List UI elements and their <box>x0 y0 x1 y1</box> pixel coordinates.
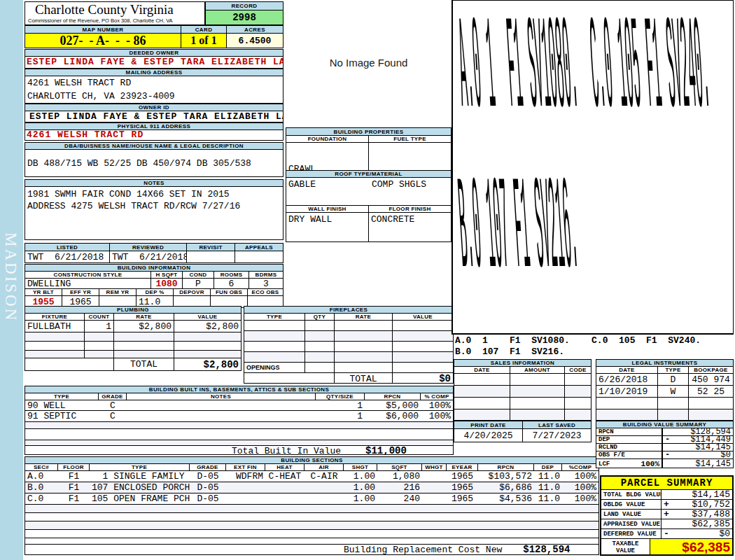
built-in-comp: 100% <box>421 411 453 421</box>
building-section-row: C.0 F1 105 OPEN FRAME PCH D-05 1.00 240 … <box>25 493 598 505</box>
mailing-address-box: 4261 WELSH TRACT RD CHARLOTTE CH, VA 239… <box>24 76 284 104</box>
notes-box: 1981 SWMH FAIR COND 14X66 SET IN 2015 AD… <box>24 186 284 240</box>
yrblt-label: YR BLT <box>25 289 62 295</box>
parcel-row-value: $10,752 <box>692 500 730 509</box>
bs-dep: 11.0 <box>534 482 562 493</box>
bs-shgt: 1.00 <box>344 493 377 504</box>
county-subtitle: Commissioner of the Revenue, PO Box 308,… <box>25 18 204 24</box>
construction-style-value: DWELLING <box>25 279 151 288</box>
construction-style-label: CONSTRUCTION STYLE <box>25 272 151 278</box>
bs-whgt <box>422 471 447 482</box>
bs-sqft: 240 <box>377 493 422 504</box>
county-title: Charlotte County Virginia <box>25 2 204 18</box>
plumbing-rate: $2,800 <box>114 321 174 332</box>
bs-col-grade: GRADE <box>190 464 226 470</box>
last-saved-label: LAST SAVED <box>523 421 591 428</box>
sketch-canvas: A.0 1 F1 SV1080. C.0 105 F1 SV240. B.0 1… <box>451 0 734 335</box>
owner-id-text: ESTEP LINDA FAYE & ESTEP TARA ELIZABETH … <box>25 111 283 122</box>
fireplaces-empty-row <box>244 321 453 331</box>
parcel-row-value: $37,488 <box>692 510 730 519</box>
dep-pct-label: DEP % <box>136 289 174 295</box>
built-ins-total-row: Total Built In Value $11,000 <box>25 446 453 455</box>
built-ins-row: 90 WELL C 1 $5,000 100% <box>25 400 453 411</box>
built-in-comp: 100% <box>421 400 453 410</box>
parcel-row-name: LAND VALUE <box>601 510 662 519</box>
bs-floor: F1 <box>58 493 90 504</box>
plumbing-row: FULLBATH 1 $2,800 $2,800 <box>25 321 241 332</box>
legal-description-box: DB 488/715 WB 52/25 DB 450/974 DB 305/53… <box>24 149 284 177</box>
bs-grade: D-05 <box>190 493 226 504</box>
built-in-rpcn: $5,000 <box>365 400 421 410</box>
bs-extfin <box>226 493 265 504</box>
bs-eyear: 1965 <box>447 471 478 482</box>
bvs-value: $114,449 <box>690 436 731 443</box>
print-date-value: 4/20/2025 <box>454 429 523 442</box>
map-number-value: 027- - A- - - 86 <box>24 33 181 48</box>
legal-col-date: DATE <box>596 367 658 373</box>
built-ins-col-comp: % COMP <box>421 393 453 400</box>
bs-sqft: 216 <box>377 482 422 493</box>
built-ins-row: 91 SEPTIC C 1 $6,000 100% <box>25 411 453 422</box>
bs-col-whgt: WHGT <box>422 464 447 470</box>
bs-comp: 100% <box>562 471 598 482</box>
review-table: LISTED REVIEWED REVISIT APPEALS TWT 6/21… <box>24 243 284 263</box>
floor-finish-label: FLOOR FINISH <box>369 206 451 212</box>
bvs-value: $0 <box>721 451 731 458</box>
built-in-qty: 1 <box>316 411 365 421</box>
taxable-value-row: TAXABLE VALUE $62,385 <box>601 539 732 556</box>
building-sections-table: BUILDING SECTIONS SEC# FLOOR TYPE GRADE … <box>24 456 599 555</box>
hsqft-label: H SQFT <box>151 272 183 278</box>
bvs-row: RCLND $14,145 <box>596 444 733 451</box>
bvs-name: RPCN <box>598 428 614 435</box>
parcel-row-value: $62,385 <box>692 519 730 528</box>
plumbing-count: 1 <box>85 321 114 332</box>
legal-date: 1/10/2019 <box>596 386 658 397</box>
bs-whgt <box>422 482 447 493</box>
parcel-row-sign: - <box>664 529 669 538</box>
fuel-type-label: FUEL TYPE <box>369 136 451 142</box>
sales-empty-row <box>454 398 591 410</box>
plumbing-col-value: VALUE <box>174 314 241 320</box>
record-value: 2998 <box>205 10 284 25</box>
bvs-row: LCF100% $14,145 <box>596 459 733 468</box>
foundation-label: FOUNDATION <box>286 136 369 142</box>
mailing-line2: CHARLOTTE CH, VA 23923-4009 <box>27 91 281 102</box>
parcel-row-value: $14,145 <box>692 490 730 499</box>
effyr-label: EFF YR <box>62 289 99 295</box>
sketch-legend-line2: B.0 107 F1 SV216. <box>455 346 734 358</box>
plumbing-total-label: TOTAL <box>114 358 174 370</box>
bs-sec: C.0 <box>25 493 58 504</box>
plumbing-col-rate: RATE <box>114 314 174 320</box>
bs-rpcn: $4,536 <box>478 493 534 504</box>
legal-col-bookpage: BOOKPAGE <box>689 367 733 373</box>
bvs-name: RCLND <box>598 444 617 451</box>
photo-placeholder: No Image Found <box>286 0 451 125</box>
cond-label: COND <box>183 272 214 278</box>
building-properties: BUILDING PROPERTIES FOUNDATION FUEL TYPE… <box>286 127 451 242</box>
bs-extfin <box>226 482 265 493</box>
sketch-big-line1: A.0 1 F1 SV1080. C.0 105 F1 SV240. <box>455 0 714 145</box>
bs-col-heat: HEAT <box>265 464 304 470</box>
record-box: RECORD 2998 <box>205 1 284 25</box>
bvs-name: DEP <box>598 436 610 443</box>
sales-col-code: CODE <box>565 367 591 373</box>
bs-rpcn: $6,686 <box>478 482 534 493</box>
bdrms-value: 3 <box>249 279 283 288</box>
depovr-label: DEPOVR <box>174 289 211 295</box>
sales-col-amount: AMOUNT <box>510 367 565 373</box>
reviewed-value: TWT 6/21/2018 <box>110 251 187 262</box>
roof-label: ROOF TYPE/MATERIAL <box>286 171 451 178</box>
fireplaces-col-value: VALUE <box>393 314 453 320</box>
bs-col-floor: FLOOR <box>58 464 90 470</box>
bs-floor: F1 <box>58 471 90 482</box>
bs-comp: 100% <box>562 493 598 504</box>
legal-empty-row <box>596 398 733 410</box>
cond-value: P <box>183 279 214 288</box>
parcel-row-name: TOTAL BLDG VALUE <box>601 490 662 499</box>
remyr-label: REM YR <box>99 289 136 295</box>
building-value-summary: BUILDING VALUE SUMMARY RPCN $128,594 DEP… <box>596 421 734 468</box>
bdrms-label: BDRMS <box>249 272 283 278</box>
acres-value: 6.4500 <box>226 33 284 48</box>
fireplaces-total-row: TOTAL $0 <box>244 373 453 384</box>
bs-heat: C-HEAT <box>265 471 304 482</box>
